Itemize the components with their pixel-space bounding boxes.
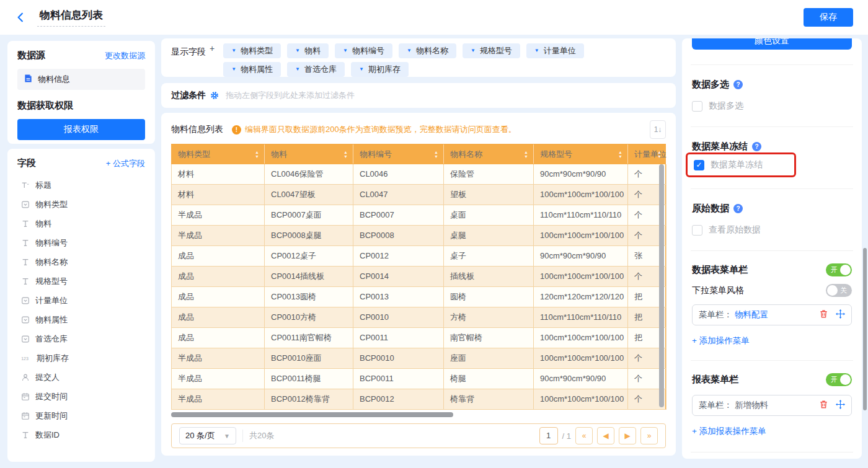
table-menu-toggle[interactable]: 开 — [826, 263, 852, 276]
back-icon[interactable] — [15, 11, 29, 24]
trash-icon[interactable] — [819, 400, 828, 411]
table-cell: 半成品 — [172, 369, 265, 389]
help-icon[interactable]: ? — [733, 204, 743, 213]
menu-freeze-checkbox[interactable]: ✓ — [694, 160, 704, 170]
field-item[interactable]: 123期初库存 — [17, 348, 145, 368]
table-row[interactable]: 半成品BCP0010座面BCP0010座面100cm*100cm*100/100… — [172, 348, 665, 369]
table-menu-heading: 数据表菜单栏 — [692, 264, 748, 276]
field-item[interactable]: 物料属性 — [17, 310, 145, 329]
table-row[interactable]: 半成品BCP0007桌面BCP0007桌面110cm*110cm*110/110… — [172, 205, 665, 226]
sort-carets-icon[interactable]: ▲▼ — [657, 144, 662, 164]
table-row[interactable]: 半成品BCP0011椅腿BCP0011椅腿90cm*90cm*90/90个 — [172, 369, 665, 389]
window-scrollbar[interactable] — [863, 248, 867, 410]
sort-carets-icon[interactable]: ▲▼ — [618, 144, 622, 164]
table-row[interactable]: 成品CP0010方椅CP0010方椅110cm*110cm*110/110把 — [172, 307, 665, 328]
display-field-chip[interactable]: ▼计量单位 — [526, 43, 584, 58]
report-permission-button[interactable]: 报表权限 — [17, 119, 145, 140]
table-row[interactable]: 半成品BCP0008桌腿BCP0008桌腿100cm*100cm*100/100… — [172, 226, 665, 246]
page-title: 物料信息列表 — [37, 8, 105, 27]
page-number-input[interactable]: 1 — [539, 427, 558, 444]
table-cell: CP0010方椅 — [265, 307, 353, 328]
next-page-button[interactable]: ▶ — [619, 427, 636, 444]
sort-carets-icon[interactable]: ▲▼ — [524, 144, 528, 164]
field-item[interactable]: 计量单位 — [17, 291, 145, 310]
sort-carets-icon[interactable]: ▲▼ — [343, 144, 348, 164]
sort-carets-icon[interactable]: ▲▼ — [255, 144, 259, 164]
table-menu-item[interactable]: 菜单栏： 物料配置 — [692, 304, 852, 325]
table-cell: 100cm*100cm*100/100 — [534, 328, 628, 348]
field-item[interactable]: 规格型号 — [17, 272, 145, 291]
add-display-field-button[interactable]: + — [210, 43, 215, 72]
display-field-chip[interactable]: ▼物料编号 — [335, 43, 392, 58]
change-datasource-link[interactable]: 更改数据源 — [105, 50, 145, 61]
field-item[interactable]: 数据ID — [17, 425, 145, 444]
trash-icon[interactable] — [819, 309, 828, 320]
field-item[interactable]: 提交人 — [17, 368, 145, 387]
gear-icon[interactable] — [210, 91, 219, 100]
table-cell: 成品 — [172, 246, 265, 267]
multi-select-checkbox[interactable] — [692, 101, 702, 112]
table-column-header[interactable]: 计量单位▲▼ — [628, 144, 666, 164]
dropdown-style-toggle[interactable]: 关 — [826, 284, 852, 297]
add-table-menu-link[interactable]: + 添加操作菜单 — [692, 335, 750, 347]
table-column-header[interactable]: 物料编号▲▼ — [353, 144, 444, 164]
report-menu-toggle[interactable]: 开 — [826, 373, 852, 386]
table-horizontal-scrollbar[interactable] — [171, 412, 453, 417]
number-icon: 123 — [21, 354, 31, 363]
field-item[interactable]: 首选仓库 — [17, 329, 145, 348]
table-row[interactable]: 成品CP0014插线板CP0014插线板100cm*100cm*100/100个 — [172, 267, 665, 287]
display-field-chip[interactable]: ▼物料类型 — [223, 43, 281, 58]
menu-freeze-heading: 数据菜单冻结 — [692, 141, 748, 152]
multi-select-checkbox-label: 数据多选 — [709, 100, 743, 112]
menu-item-name[interactable]: 物料配置 — [735, 309, 768, 320]
prev-page-button[interactable]: ◀ — [597, 427, 614, 444]
field-item[interactable]: 物料编号 — [17, 233, 145, 252]
table-column-header[interactable]: 物料名称▲▼ — [444, 144, 534, 164]
last-page-button[interactable]: » — [640, 427, 658, 444]
table-row[interactable]: 成品CP0012桌子CP0012桌子90cm*90cm*90/90张 — [172, 246, 665, 267]
field-item[interactable]: 物料名称 — [17, 252, 145, 272]
table-row[interactable]: 成品CP0011南官帽椅CP0011南官帽椅100cm*100cm*100/10… — [172, 328, 665, 348]
sort-carets-icon[interactable]: ▲▼ — [434, 144, 438, 164]
raw-data-checkbox[interactable] — [692, 225, 702, 236]
menu-item-name[interactable]: 新增物料 — [735, 400, 768, 411]
display-field-chip[interactable]: ▼期初库存 — [351, 62, 409, 77]
field-item[interactable]: 提交时间 — [17, 387, 145, 406]
table-column-header[interactable]: 规格型号▲▼ — [534, 144, 628, 164]
field-item-label: 期初库存 — [37, 353, 69, 364]
table-header-row: 物料类型▲▼物料▲▼物料编号▲▼物料名称▲▼规格型号▲▼计量单位▲▼ — [171, 144, 666, 164]
color-settings-button[interactable]: 颜色设置 — [692, 38, 852, 50]
first-page-button[interactable]: « — [575, 427, 593, 444]
table-column-header[interactable]: 物料▲▼ — [265, 144, 353, 164]
move-icon[interactable] — [836, 309, 845, 320]
date-icon — [21, 392, 30, 401]
table-row[interactable]: 材料CL0047望板CL0047望板100cm*100cm*100/100个 — [172, 185, 665, 205]
field-item[interactable]: 物料 — [17, 214, 145, 233]
report-menu-item[interactable]: 菜单栏： 新增物料 — [692, 395, 852, 416]
display-field-chip[interactable]: ▼首选仓库 — [287, 62, 345, 77]
field-item[interactable]: 更新时间 — [17, 406, 145, 425]
table-column-header[interactable]: 物料类型▲▼ — [172, 144, 265, 164]
table-row[interactable]: 半成品BCP0012椅靠背BCP0012椅靠背100cm*100cm*100/1… — [172, 389, 665, 410]
table-vertical-scrollbar[interactable] — [659, 164, 664, 407]
move-icon[interactable] — [836, 400, 845, 411]
field-item[interactable]: 物料类型 — [17, 195, 145, 214]
add-report-menu-link[interactable]: + 添加报表操作菜单 — [692, 426, 766, 437]
table-row[interactable]: 材料CL0046保险管CL0046保险管90cm*90cm*90/90个 — [172, 164, 665, 185]
display-field-chip[interactable]: ▼物料名称 — [399, 43, 456, 58]
date-icon — [21, 412, 30, 420]
chevron-down-icon: ▼ — [295, 67, 300, 72]
page-size-select[interactable]: 20 条/页 ▼ — [179, 427, 236, 444]
table-row[interactable]: 成品CP0013圆椅CP0013圆椅120cm*120cm*120/120把 — [172, 287, 665, 307]
datasource-item[interactable]: 物料信息 — [17, 69, 145, 90]
save-button[interactable]: 保存 — [804, 8, 853, 27]
table-cell: 材料 — [172, 164, 265, 185]
display-field-chip[interactable]: ▼物料属性 — [223, 62, 281, 77]
display-field-chip[interactable]: ▼物料 — [287, 43, 329, 58]
help-icon[interactable]: ? — [733, 80, 743, 89]
field-item[interactable]: 标题 — [17, 175, 145, 195]
help-icon[interactable]: ? — [752, 142, 761, 151]
sort-order-button[interactable]: 1↓ — [650, 120, 666, 139]
add-formula-field-link[interactable]: + 公式字段 — [106, 158, 145, 169]
display-field-chip[interactable]: ▼规格型号 — [463, 43, 520, 58]
